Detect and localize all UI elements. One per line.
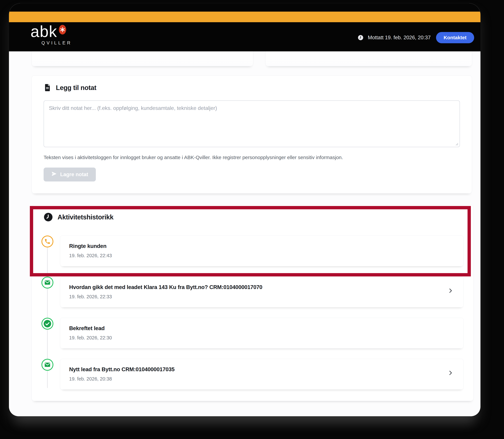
status-button[interactable]: Kontaktet (436, 32, 474, 43)
clock-icon (358, 35, 363, 40)
activity-item-timestamp: 19. feb. 2026, 22:33 (69, 294, 443, 299)
activity-row: Hvordan gikk det med leadet Klara 143 Ku… (41, 277, 464, 307)
mail-icon (41, 359, 53, 371)
activity-item-title: Nytt lead fra Bytt.no CRM:0104000017035 (69, 366, 443, 373)
activity-row: Nytt lead fra Bytt.no CRM:01040000170351… (41, 359, 464, 390)
activity-item-title: Hvordan gikk det med leadet Klara 143 Ku… (69, 284, 443, 290)
activity-item: Ringte kunden19. feb. 2026, 22:43 (60, 235, 464, 266)
note-title: Legg til notat (56, 84, 96, 91)
mail-icon (41, 277, 53, 289)
activity-row: Ringte kunden19. feb. 2026, 22:43 (41, 235, 464, 266)
activity-item-title: Ringte kunden (69, 243, 454, 249)
phone-icon (41, 235, 53, 247)
note-card: Legg til notat Teksten vises i aktivitet… (32, 75, 472, 194)
activity-card: Aktivitetshistorikk Ringte kunden19. feb… (32, 205, 474, 401)
activity-item-timestamp: 19. feb. 2026, 22:30 (69, 335, 454, 341)
activity-list: Ringte kunden19. feb. 2026, 22:43Hvordan… (41, 235, 464, 390)
activity-row: Bekreftet lead19. feb. 2026, 22:30 (41, 318, 464, 349)
navbar-right: Mottatt 19. feb. 2026, 20:37 Kontaktet (358, 32, 474, 43)
check-icon (41, 318, 53, 330)
asterisk-logo-icon (59, 25, 66, 35)
activity-title: Aktivitetshistorikk (58, 213, 113, 221)
activity-item-timestamp: 19. feb. 2026, 22:43 (69, 253, 454, 258)
save-note-button[interactable]: Lagre notat (44, 168, 96, 182)
brand-logo[interactable]: abk QVILLER (31, 24, 72, 46)
note-input[interactable] (44, 100, 460, 147)
chevron-right-icon (447, 288, 454, 294)
activity-item[interactable]: Hvordan gikk det med leadet Klara 143 Ku… (60, 277, 464, 307)
send-icon (51, 171, 57, 178)
activity-item[interactable]: Nytt lead fra Bytt.no CRM:01040000170351… (60, 359, 464, 390)
received-timestamp: Mottatt 19. feb. 2026, 20:37 (368, 35, 430, 41)
chevron-right-icon (447, 370, 454, 377)
orange-accent-bar (9, 12, 480, 22)
save-note-label: Lagre notat (60, 171, 88, 178)
app-page: abk QVILLER Mottatt 19. feb. 2026, 20:37… (9, 3, 480, 416)
activity-item-title: Bekreftet lead (69, 325, 454, 331)
activity-item: Bekreftet lead19. feb. 2026, 22:30 (60, 318, 464, 349)
activity-item-timestamp: 19. feb. 2026, 20:38 (69, 376, 443, 382)
navbar: abk QVILLER Mottatt 19. feb. 2026, 20:37… (9, 3, 480, 51)
history-clock-icon (44, 212, 53, 222)
note-icon (44, 83, 51, 92)
brand-subtitle: QVILLER (41, 40, 72, 46)
brand-name: abk (31, 24, 57, 39)
note-helper-text: Teksten vises i aktivitetsloggen for inn… (44, 154, 460, 161)
